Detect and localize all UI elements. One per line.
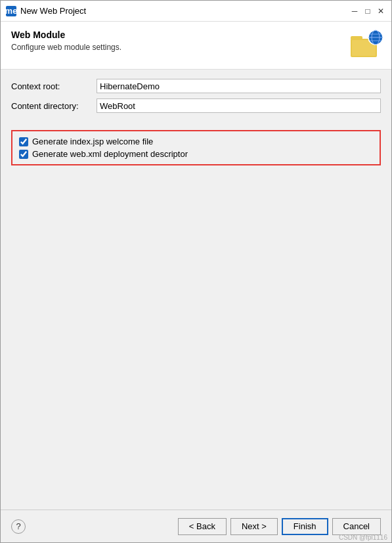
content-directory-label: Content directory:	[11, 101, 97, 111]
content-area: Context root: Content directory: Generat…	[1, 70, 391, 510]
title-bar: me New Web Project ─ □ ✕	[1, 1, 391, 22]
svg-rect-1	[351, 36, 362, 40]
help-button[interactable]: ?	[11, 519, 26, 534]
button-bar-left: ?	[11, 519, 26, 534]
generate-index-row: Generate index.jsp welcome file	[19, 137, 373, 146]
watermark: CSDN @fpl1116	[339, 534, 387, 541]
title-bar-controls: ─ □ ✕	[349, 6, 386, 16]
maximize-button[interactable]: □	[362, 6, 373, 16]
finish-button[interactable]: Finish	[282, 518, 328, 535]
generate-index-checkbox[interactable]	[19, 137, 28, 146]
content-directory-row: Content directory:	[11, 98, 381, 113]
button-bar-right: < Back Next > Finish Cancel	[178, 518, 381, 535]
folder-globe-icon	[349, 30, 383, 61]
context-root-input[interactable]	[97, 79, 381, 93]
minimize-button[interactable]: ─	[349, 6, 360, 16]
context-root-label: Context root:	[11, 81, 97, 91]
close-button[interactable]: ✕	[376, 6, 386, 16]
header-subtitle: Configure web module settings.	[11, 43, 349, 52]
generate-index-label: Generate index.jsp welcome file	[32, 137, 153, 146]
header-text: Web Module Configure web module settings…	[11, 30, 349, 52]
window-title: New Web Project	[20, 6, 86, 16]
main-window: me New Web Project ─ □ ✕ Web Module Conf…	[0, 0, 392, 543]
button-bar: ? < Back Next > Finish Cancel	[1, 510, 391, 542]
cancel-button[interactable]: Cancel	[332, 518, 381, 535]
app-icon: me	[6, 6, 16, 16]
checkbox-section: Generate index.jsp welcome file Generate…	[11, 130, 381, 165]
header-title: Web Module	[11, 30, 349, 40]
title-bar-left: me New Web Project	[6, 6, 86, 16]
back-button[interactable]: < Back	[178, 518, 227, 535]
form-section: Context root: Content directory:	[1, 70, 391, 127]
header-icon-area	[349, 30, 381, 61]
header-section: Web Module Configure web module settings…	[1, 22, 391, 70]
generate-xml-checkbox[interactable]	[19, 150, 28, 159]
content-directory-input[interactable]	[97, 98, 381, 113]
generate-xml-label: Generate web.xml deployment descriptor	[32, 149, 188, 159]
generate-xml-row: Generate web.xml deployment descriptor	[19, 149, 373, 159]
next-button[interactable]: Next >	[230, 518, 278, 535]
context-root-row: Context root:	[11, 79, 381, 93]
